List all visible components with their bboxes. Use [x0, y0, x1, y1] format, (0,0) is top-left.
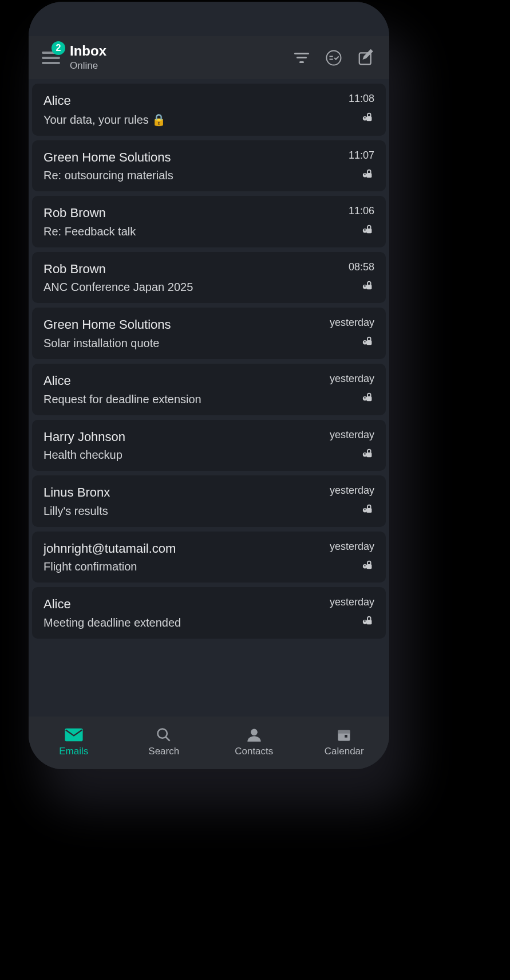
email-subject: Your data, your rules 🔒	[44, 113, 343, 127]
email-sender: Linus Bronx	[44, 485, 324, 501]
email-subject: Re: Feedback talk	[44, 225, 343, 238]
email-item[interactable]: Rob Brown ANC Conference Japan 2025 08:5…	[32, 252, 386, 304]
email-main: Rob Brown ANC Conference Japan 2025	[44, 261, 343, 294]
nav-search[interactable]: Search	[119, 726, 209, 757]
email-sender: Alice	[44, 596, 324, 613]
bottom-nav: Emails Search Contacts	[29, 717, 389, 769]
email-side: 08:58	[349, 261, 374, 292]
svg-rect-4	[365, 117, 366, 119]
status-bar	[29, 2, 389, 36]
svg-rect-17	[366, 396, 371, 401]
encryption-icon	[362, 558, 374, 571]
svg-rect-16	[365, 341, 366, 343]
email-side: yesterday	[330, 373, 374, 403]
email-sender: johnright@tutamail.com	[44, 541, 324, 557]
mark-read-button[interactable]	[321, 45, 347, 71]
compose-icon	[357, 49, 374, 66]
svg-rect-14	[366, 340, 371, 345]
email-side: 11:06	[349, 205, 374, 235]
email-time: yesterday	[330, 541, 374, 553]
svg-rect-7	[365, 174, 366, 175]
svg-rect-28	[365, 565, 366, 566]
svg-rect-26	[366, 564, 371, 569]
nav-emails-label: Emails	[59, 746, 88, 757]
svg-point-0	[327, 50, 341, 65]
svg-rect-13	[365, 285, 366, 287]
email-main: johnright@tutamail.com Flight confirmati…	[44, 541, 324, 574]
email-sender: Green Home Solutions	[44, 149, 343, 166]
email-side: yesterday	[330, 429, 374, 459]
svg-rect-20	[366, 452, 371, 457]
nav-calendar[interactable]: Calendar	[299, 726, 390, 757]
email-item[interactable]: Green Home Solutions Re: outsourcing mat…	[32, 140, 386, 192]
svg-point-33	[158, 729, 167, 738]
encryption-icon	[362, 391, 374, 403]
email-time: 08:58	[349, 261, 374, 273]
page-title: Inbox	[70, 44, 106, 58]
svg-rect-23	[366, 508, 371, 513]
search-icon	[156, 727, 172, 743]
email-main: Linus Bronx Lilly's results	[44, 485, 324, 518]
email-sender: Rob Brown	[44, 205, 343, 222]
email-time: 11:06	[349, 205, 374, 217]
nav-search-label: Search	[148, 746, 179, 757]
email-item[interactable]: Alice Request for deadline extension yes…	[32, 364, 386, 415]
email-item[interactable]: Alice Your data, your rules 🔒 11:08	[32, 84, 386, 136]
nav-contacts-label: Contacts	[235, 746, 273, 757]
svg-rect-31	[365, 620, 366, 622]
svg-rect-29	[366, 620, 371, 624]
email-main: Rob Brown Re: Feedback talk	[44, 205, 343, 238]
svg-rect-19	[365, 397, 366, 399]
email-side: yesterday	[330, 541, 374, 571]
header-titles: Inbox Online	[70, 44, 106, 71]
compose-button[interactable]	[353, 45, 379, 71]
encryption-icon	[362, 223, 374, 235]
calendar-icon	[336, 727, 352, 743]
email-subject: Lilly's results	[44, 505, 324, 518]
email-sender: Alice	[44, 93, 343, 109]
email-side: yesterday	[330, 596, 374, 627]
email-subject: Request for deadline extension	[44, 393, 324, 406]
email-subject: Meeting deadline extended	[44, 616, 324, 629]
email-main: Alice Meeting deadline extended	[44, 596, 324, 629]
filter-button[interactable]	[288, 45, 315, 71]
encryption-icon	[362, 167, 374, 180]
email-time: yesterday	[330, 596, 374, 608]
phone-frame: 2 Inbox Online	[29, 2, 389, 769]
email-item[interactable]: Rob Brown Re: Feedback talk 11:06	[32, 196, 386, 247]
nav-contacts[interactable]: Contacts	[209, 726, 299, 757]
encryption-icon	[362, 279, 374, 292]
email-item[interactable]: Linus Bronx Lilly's results yesterday	[32, 475, 386, 527]
email-subject: Health checkup	[44, 448, 324, 462]
email-time: yesterday	[330, 373, 374, 385]
nav-emails[interactable]: Emails	[29, 726, 119, 757]
email-main: Alice Request for deadline extension	[44, 373, 324, 406]
email-time: yesterday	[330, 317, 374, 329]
email-time: 11:07	[349, 149, 374, 162]
email-subject: ANC Conference Japan 2025	[44, 281, 343, 294]
email-main: Green Home Solutions Solar installation …	[44, 317, 324, 350]
encryption-icon	[362, 614, 374, 627]
email-sender: Rob Brown	[44, 261, 343, 278]
encryption-icon	[362, 334, 374, 347]
email-list[interactable]: Alice Your data, your rules 🔒 11:08 Gree…	[29, 79, 389, 717]
email-sender: Green Home Solutions	[44, 317, 324, 333]
email-subject: Re: outsourcing materials	[44, 169, 343, 182]
email-side: 11:07	[349, 149, 374, 180]
email-side: 11:08	[349, 93, 374, 123]
email-item[interactable]: johnright@tutamail.com Flight confirmati…	[32, 532, 386, 583]
email-item[interactable]: Harry Johnson Health checkup yesterday	[32, 420, 386, 471]
email-main: Green Home Solutions Re: outsourcing mat…	[44, 149, 343, 183]
svg-rect-8	[366, 229, 371, 233]
connection-status: Online	[70, 60, 106, 72]
svg-point-35	[251, 729, 258, 736]
menu-button[interactable]: 2	[39, 46, 63, 70]
email-sender: Harry Johnson	[44, 429, 324, 446]
email-sender: Alice	[44, 373, 324, 389]
svg-rect-2	[366, 116, 371, 121]
email-time: 11:08	[349, 93, 374, 105]
email-main: Harry Johnson Health checkup	[44, 429, 324, 462]
email-item[interactable]: Green Home Solutions Solar installation …	[32, 308, 386, 359]
email-item[interactable]: Alice Meeting deadline extended yesterda…	[32, 587, 386, 639]
app-header: 2 Inbox Online	[29, 36, 389, 79]
